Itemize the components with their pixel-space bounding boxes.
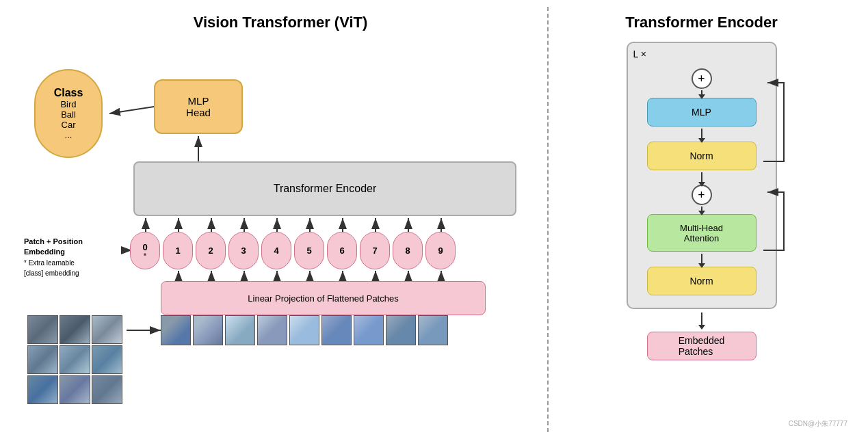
arrow-add-to-mha <box>701 207 702 212</box>
img-patch-3 <box>27 345 58 374</box>
arrow-norm-to-add <box>701 172 702 183</box>
norm-bot-label: Norm <box>689 276 713 287</box>
flat-patch-7 <box>386 315 416 345</box>
image-grid <box>27 315 122 404</box>
token-4: 4 <box>261 232 291 269</box>
class-label: Class <box>54 87 83 99</box>
enc-mha-box: Multi-HeadAttention <box>647 214 757 252</box>
patch-position-label: Patch + PositionEmbedding * Extra learna… <box>24 237 127 279</box>
flat-patch-6 <box>354 315 384 345</box>
lx-label: L × <box>633 49 646 59</box>
vit-section: Vision Transformer (ViT) <box>14 7 547 432</box>
vit-title: Vision Transformer (ViT) <box>21 14 540 31</box>
flat-patch-8 <box>418 315 448 345</box>
mha-label: Multi-HeadAttention <box>680 223 723 243</box>
enc-block: + MLP Norm + <box>642 67 762 297</box>
mlp-label: MLP <box>692 107 711 118</box>
add-circle-top: + <box>692 68 712 89</box>
watermark: CSDN@小朱77777 <box>789 419 847 429</box>
img-patch-7 <box>60 375 90 404</box>
token-7: 7 <box>360 232 390 269</box>
bottom-arrow-container: EmbeddedPatches <box>613 312 791 362</box>
patch-label-note: * Extra learnable[class] embedding <box>24 259 79 277</box>
embedded-patches-label: EmbeddedPatches <box>679 335 725 357</box>
mlp-head-box: MLPHead <box>154 79 243 134</box>
img-patch-4 <box>60 345 90 374</box>
class-ellipsis: ... <box>65 130 73 140</box>
linear-proj-box: Linear Projection of Flattened Patches <box>161 281 486 315</box>
token-5: 5 <box>294 232 324 269</box>
enc-mlp-box: MLP <box>647 98 757 127</box>
vit-diagram: Class Bird Ball Car ... MLPHead Transfor… <box>21 42 540 425</box>
token-2: 2 <box>196 232 226 269</box>
flat-patch-2 <box>225 315 255 345</box>
flat-patch-5 <box>321 315 352 345</box>
encoder-outer-box: L × + MLP Norm <box>627 42 777 309</box>
class-car: Car <box>62 120 76 130</box>
flat-patch-0 <box>161 315 191 345</box>
token-star: * <box>144 252 146 260</box>
enc-norm-bot-box: Norm <box>647 267 757 295</box>
encoder-title: Transformer Encoder <box>562 14 841 31</box>
tokens-row: 0 * 1 2 3 4 5 6 7 8 9 <box>130 232 456 269</box>
arrow-mha-to-norm <box>701 254 702 265</box>
img-patch-1 <box>60 315 90 344</box>
bottom-arrow <box>701 312 702 326</box>
main-container: Vision Transformer (ViT) <box>0 0 868 439</box>
token-0-label: 0 <box>142 242 147 252</box>
img-patch-6 <box>27 375 58 404</box>
class-ball: Ball <box>61 109 76 120</box>
svg-line-1 <box>109 107 154 114</box>
class-bird: Bird <box>60 99 76 109</box>
patch-label-main: Patch + PositionEmbedding <box>24 237 83 256</box>
encoder-section: Transformer Encoder L × + MLP <box>547 7 854 432</box>
transformer-encoder-box: Transformer Encoder <box>133 161 516 216</box>
flat-patch-3 <box>257 315 287 345</box>
mlp-head-label: MLPHead <box>186 95 211 118</box>
token-8: 8 <box>393 232 423 269</box>
token-3: 3 <box>228 232 259 269</box>
arrow-mlp-to-norm <box>701 129 702 139</box>
class-box: Class Bird Ball Car ... <box>34 69 103 158</box>
flat-patches-row <box>161 315 448 345</box>
token-1: 1 <box>163 232 193 269</box>
img-patch-8 <box>92 375 122 404</box>
embedded-patches-box: EmbeddedPatches <box>647 332 757 360</box>
img-patch-0 <box>27 315 58 344</box>
img-patch-2 <box>92 315 122 344</box>
arrow-add-to-mlp <box>701 90 702 96</box>
flat-patch-4 <box>289 315 319 345</box>
enc-norm-top-box: Norm <box>647 142 757 170</box>
img-patch-5 <box>92 345 122 374</box>
token-9: 9 <box>425 232 456 269</box>
flat-patch-1 <box>193 315 223 345</box>
token-class: 0 * <box>130 232 160 269</box>
add-circle-mid: + <box>692 185 712 205</box>
token-6: 6 <box>327 232 357 269</box>
norm-top-label: Norm <box>689 150 713 161</box>
